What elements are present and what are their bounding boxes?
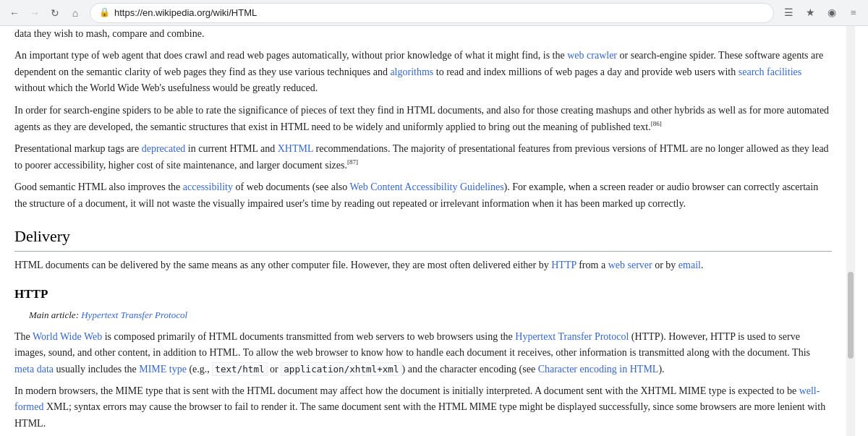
- mime-type-link[interactable]: MIME type: [139, 364, 187, 375]
- intro-paragraph-5: Good semantic HTML also improves the acc…: [14, 179, 832, 212]
- menu-icon[interactable]: ≡: [845, 4, 862, 22]
- xhtml-link[interactable]: XHTML: [278, 143, 313, 154]
- browser-chrome: ← → ↻ ⌂ 🔒 https://en.wikipedia.org/wiki/…: [0, 0, 868, 26]
- main-content: data they wish to mash, compare and comb…: [0, 26, 846, 436]
- delivery-section-header: Delivery: [14, 223, 832, 252]
- algorithms-link[interactable]: algorithms: [390, 67, 433, 77]
- intro-paragraph-4: Presentational markup tags are deprecate…: [14, 141, 832, 174]
- web-crawler-link[interactable]: web crawler: [567, 50, 617, 61]
- home-button[interactable]: ⌂: [67, 4, 84, 22]
- http-link[interactable]: HTTP: [551, 260, 576, 270]
- star-icon[interactable]: ★: [801, 4, 819, 22]
- search-facilities-link[interactable]: search facilities: [739, 67, 801, 77]
- intro-paragraph-2: An important type of web agent that does…: [14, 48, 832, 96]
- deprecated-link[interactable]: deprecated: [142, 143, 186, 154]
- http-protocol-link[interactable]: Hypertext Transfer Protocol: [515, 331, 629, 342]
- intro-paragraph-1: data they wish to mash, compare and comb…: [14, 26, 832, 42]
- navigation-buttons: ← → ↻ ⌂: [6, 4, 84, 22]
- world-wide-web-link[interactable]: World Wide Web: [33, 331, 102, 342]
- character-encoding-link[interactable]: Character encoding in HTML: [538, 364, 659, 375]
- http-paragraph-2: In modern browsers, the MIME type that i…: [14, 383, 832, 432]
- accessibility-link[interactable]: accessibility: [183, 181, 233, 192]
- scrollbar[interactable]: [846, 26, 855, 436]
- url-display: https://en.wikipedia.org/wiki/HTML: [114, 7, 765, 18]
- intro-paragraph-3: In order for search-engine spiders to be…: [14, 103, 832, 135]
- forward-button[interactable]: →: [26, 4, 43, 22]
- bookmark-list-icon[interactable]: ☰: [780, 4, 797, 22]
- delivery-paragraph: HTML documents can be delivered by the s…: [14, 257, 832, 273]
- meta-data-link[interactable]: meta data: [14, 364, 54, 375]
- shield-icon[interactable]: ◉: [823, 4, 841, 22]
- back-button[interactable]: ←: [6, 4, 23, 22]
- http-main-article: Main article: Hypertext Transfer Protoco…: [14, 308, 832, 323]
- reload-button[interactable]: ↻: [46, 4, 64, 22]
- page-container: data they wish to mash, compare and comb…: [0, 26, 868, 436]
- hypertext-transfer-protocol-link[interactable]: Hypertext Transfer Protocol: [81, 309, 187, 320]
- well-formed-link[interactable]: well-formed: [14, 385, 820, 412]
- email-link[interactable]: email: [678, 260, 701, 270]
- lock-icon: 🔒: [99, 7, 110, 18]
- http-paragraph-1: The World Wide Web is composed primarily…: [14, 329, 832, 377]
- web-server-link[interactable]: web server: [608, 260, 652, 270]
- mime-type-xhtml: application/xhtml+xml: [281, 362, 401, 376]
- address-bar[interactable]: 🔒 https://en.wikipedia.org/wiki/HTML: [90, 3, 774, 23]
- scrollbar-thumb[interactable]: [848, 272, 854, 359]
- http-subsection-header: HTTP: [14, 284, 832, 304]
- toolbar-right: ☰ ★ ◉ ≡: [780, 4, 862, 22]
- wcag-link[interactable]: Web Content Accessibility Guidelines: [349, 181, 503, 192]
- mime-type-text-html: text/html: [212, 362, 267, 376]
